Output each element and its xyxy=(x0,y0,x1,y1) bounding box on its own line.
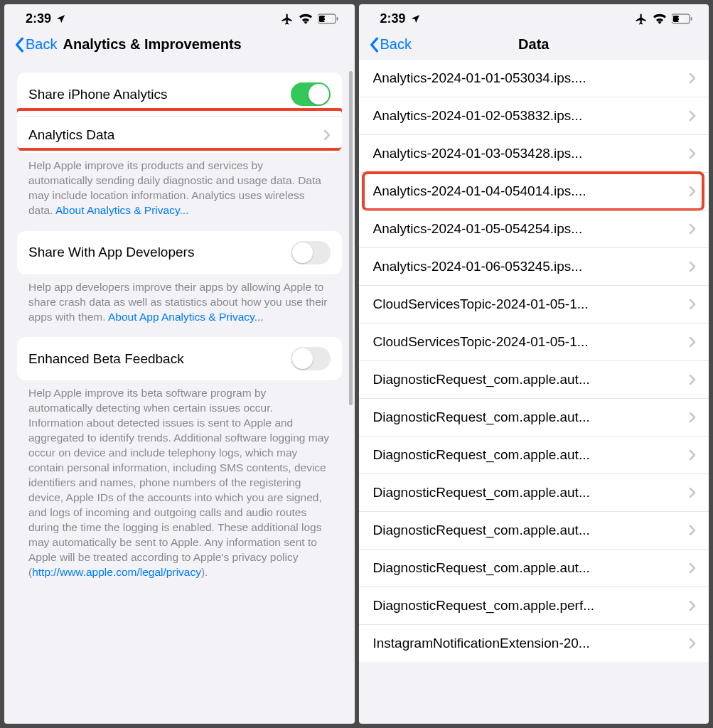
phone-right: 2:39 31 Back Data Analytics-2024-01-01-0… xyxy=(359,4,709,724)
data-row-label: Analytics-2024-01-04-054014.ips.... xyxy=(373,183,690,199)
chevron-right-icon xyxy=(689,261,696,272)
footer-analytics: Help Apple improve its products and serv… xyxy=(17,153,342,218)
chevron-right-icon xyxy=(689,148,696,159)
chevron-right-icon xyxy=(689,600,696,611)
link-about-analytics[interactable]: About Analytics & Privacy... xyxy=(55,204,189,216)
status-time: 2:39 xyxy=(26,11,51,26)
scrollbar[interactable] xyxy=(349,71,353,405)
link-privacy-policy[interactable]: http://www.apple.com/legal/privacy xyxy=(32,566,201,578)
footer-developers: Help app developers improve their apps b… xyxy=(17,274,342,325)
location-icon xyxy=(410,14,421,24)
wifi-icon xyxy=(299,14,313,24)
toggle-beta-feedback[interactable] xyxy=(291,347,331,370)
data-row[interactable]: DiagnosticRequest_com.apple.aut... xyxy=(359,398,709,436)
chevron-right-icon xyxy=(689,525,696,536)
row-label: Share With App Developers xyxy=(28,245,291,260)
data-row-label: Analytics-2024-01-02-053832.ips... xyxy=(373,108,690,124)
row-label: Analytics Data xyxy=(28,127,323,143)
data-row-label: DiagnosticRequest_com.apple.aut... xyxy=(373,485,690,500)
svg-rect-2 xyxy=(336,17,338,21)
battery-icon: 31 xyxy=(672,14,693,24)
data-row-label: DiagnosticRequest_com.apple.aut... xyxy=(373,372,690,387)
data-row-label: DiagnosticRequest_com.apple.aut... xyxy=(373,560,690,576)
status-bar: 2:39 31 xyxy=(4,4,355,31)
chevron-right-icon xyxy=(689,449,696,461)
chevron-right-icon xyxy=(689,110,696,122)
status-time: 2:39 xyxy=(380,11,406,26)
data-row-label: DiagnosticRequest_com.apple.aut... xyxy=(373,447,690,463)
chevron-right-icon xyxy=(689,374,696,385)
chevron-right-icon xyxy=(689,73,696,84)
data-row-label: Analytics-2024-01-05-054254.ips... xyxy=(373,221,690,237)
data-row-label: Analytics-2024-01-06-053245.ips... xyxy=(373,259,690,274)
data-row[interactable]: Analytics-2024-01-06-053245.ips... xyxy=(359,247,709,285)
data-row[interactable]: Analytics-2024-01-05-054254.ips... xyxy=(359,210,709,247)
row-label: Enhanced Beta Feedback xyxy=(28,351,291,367)
data-row[interactable]: InstagramNotificationExtension-20... xyxy=(359,624,709,662)
svg-text:31: 31 xyxy=(323,16,331,23)
footer-beta: Help Apple improve its beta software pro… xyxy=(17,380,342,579)
page-title: Analytics & Improvements xyxy=(63,36,241,53)
svg-text:31: 31 xyxy=(677,16,685,23)
data-row[interactable]: Analytics-2024-01-02-053832.ips... xyxy=(359,97,709,134)
chevron-right-icon xyxy=(689,223,696,235)
row-share-analytics[interactable]: Share iPhone Analytics xyxy=(17,73,342,116)
status-bar: 2:39 31 xyxy=(359,4,709,31)
svg-rect-6 xyxy=(691,17,692,21)
data-row[interactable]: Analytics-2024-01-01-053034.ips.... xyxy=(359,60,709,97)
back-button[interactable]: Back xyxy=(14,36,57,53)
chevron-right-icon xyxy=(689,299,696,310)
link-about-app-analytics[interactable]: About App Analytics & Privacy... xyxy=(108,311,264,323)
nav-bar: Back Data xyxy=(359,31,709,60)
back-button[interactable]: Back xyxy=(369,36,412,53)
airplane-icon xyxy=(635,13,648,26)
data-row-label: InstagramNotificationExtension-20... xyxy=(373,636,690,651)
data-list: Analytics-2024-01-01-053034.ips....Analy… xyxy=(359,60,709,662)
chevron-left-icon xyxy=(14,37,24,53)
chevron-right-icon xyxy=(689,336,696,348)
chevron-left-icon xyxy=(369,37,379,53)
row-analytics-data[interactable]: Analytics Data xyxy=(17,116,342,153)
data-row-label: DiagnosticRequest_com.apple.perf... xyxy=(373,598,690,614)
row-beta-feedback[interactable]: Enhanced Beta Feedback xyxy=(17,337,342,380)
data-row-label: CloudServicesTopic-2024-01-05-1... xyxy=(373,334,690,350)
data-row[interactable]: DiagnosticRequest_com.apple.aut... xyxy=(359,360,709,398)
data-row[interactable]: DiagnosticRequest_com.apple.aut... xyxy=(359,511,709,549)
chevron-right-icon xyxy=(323,129,331,141)
chevron-right-icon xyxy=(689,562,696,574)
location-icon xyxy=(55,14,66,24)
group-developers: Share With App Developers xyxy=(17,231,342,274)
data-row-label: DiagnosticRequest_com.apple.aut... xyxy=(373,410,690,425)
data-row[interactable]: DiagnosticRequest_com.apple.aut... xyxy=(359,436,709,473)
data-row[interactable]: Analytics-2024-01-04-054014.ips.... xyxy=(359,172,709,210)
back-label: Back xyxy=(26,36,57,53)
data-row-label: Analytics-2024-01-01-053034.ips.... xyxy=(373,70,690,86)
group-analytics: Share iPhone Analytics Analytics Data xyxy=(17,73,342,153)
chevron-right-icon xyxy=(689,412,696,423)
data-row[interactable]: CloudServicesTopic-2024-01-05-1... xyxy=(359,323,709,360)
nav-bar: Back Analytics & Improvements xyxy=(4,31,355,60)
back-label: Back xyxy=(380,36,412,53)
data-row-label: DiagnosticRequest_com.apple.aut... xyxy=(373,523,690,538)
chevron-right-icon xyxy=(689,638,696,649)
battery-icon: 31 xyxy=(318,14,339,24)
group-beta: Enhanced Beta Feedback xyxy=(17,337,342,380)
toggle-share-analytics[interactable] xyxy=(291,82,331,106)
data-row[interactable]: DiagnosticRequest_com.apple.aut... xyxy=(359,549,709,587)
toggle-share-developers[interactable] xyxy=(291,241,331,264)
data-row[interactable]: DiagnosticRequest_com.apple.aut... xyxy=(359,473,709,511)
chevron-right-icon xyxy=(689,487,696,498)
airplane-icon xyxy=(281,13,294,26)
phone-left: 2:39 31 Back Analytics & Improvements Sh… xyxy=(4,4,355,724)
data-row-label: Analytics-2024-01-03-053428.ips... xyxy=(373,146,690,161)
row-share-developers[interactable]: Share With App Developers xyxy=(17,231,342,274)
data-row[interactable]: Analytics-2024-01-03-053428.ips... xyxy=(359,134,709,172)
data-row[interactable]: CloudServicesTopic-2024-01-05-1... xyxy=(359,285,709,323)
wifi-icon xyxy=(653,14,667,24)
data-row-label: CloudServicesTopic-2024-01-05-1... xyxy=(373,296,690,312)
row-label: Share iPhone Analytics xyxy=(28,87,291,102)
chevron-right-icon xyxy=(689,186,696,197)
data-row[interactable]: DiagnosticRequest_com.apple.perf... xyxy=(359,587,709,624)
